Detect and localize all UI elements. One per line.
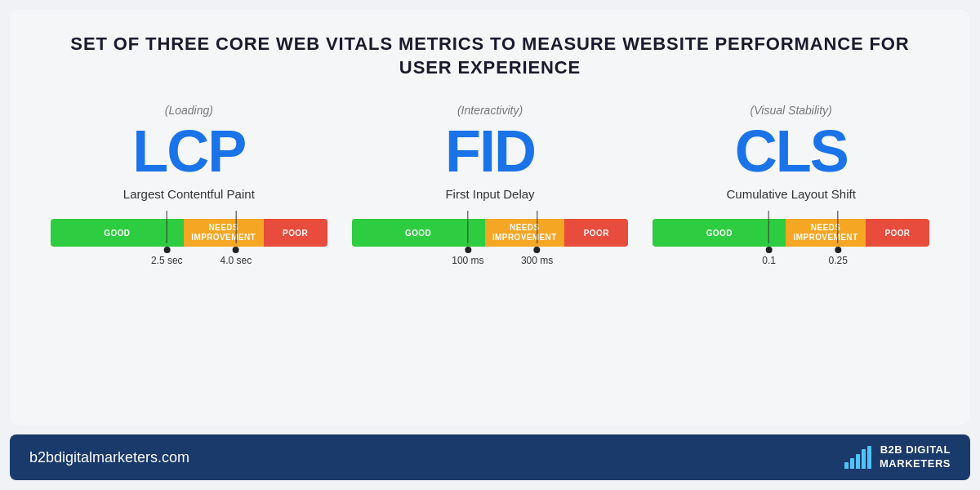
footer: b2bdigitalmarketers.com B2B DIGITALMARKE… bbox=[10, 434, 970, 480]
cls-line2 bbox=[838, 211, 839, 243]
footer-url: b2bdigitalmarketers.com bbox=[29, 449, 189, 466]
metrics-row: (Loading) LCP Largest Contentful Paint G… bbox=[42, 104, 938, 271]
fid-acronym: FID bbox=[445, 122, 535, 180]
fid-marker1: 100 ms bbox=[452, 247, 483, 266]
lcp-good: GOOD bbox=[51, 219, 184, 247]
bar5 bbox=[867, 446, 871, 469]
cls-acronym: CLS bbox=[735, 122, 848, 180]
fid-label1: 100 ms bbox=[452, 255, 483, 266]
cls-needs: NEEDS IMPROVEMENT bbox=[786, 219, 866, 247]
fid-bar-container: GOOD NEEDS IMPROVEMENT POOR 100 ms 300 m… bbox=[352, 219, 629, 271]
cls-markers: 0.1 0.25 bbox=[653, 247, 929, 271]
cls-marker1: 0.1 bbox=[762, 247, 776, 266]
fid-line2 bbox=[537, 211, 537, 243]
lcp-markers: 2.5 sec 4.0 sec bbox=[51, 247, 327, 271]
lcp-line1 bbox=[167, 211, 167, 243]
lcp-needs: NEEDS IMPROVEMENT bbox=[184, 219, 264, 247]
lcp-marker1: 2.5 sec bbox=[151, 247, 183, 266]
cls-poor: POOR bbox=[866, 219, 929, 247]
fid-dot1 bbox=[465, 247, 471, 253]
bar-chart-icon bbox=[844, 446, 871, 469]
cls-label1: 0.1 bbox=[762, 255, 776, 266]
footer-brand-text: B2B DIGITALMARKETERS bbox=[880, 443, 951, 471]
cls-full-name: Cumulative Layout Shift bbox=[726, 187, 855, 201]
lcp-dot1 bbox=[163, 247, 170, 253]
bar2 bbox=[850, 458, 854, 469]
main-card: SET OF THREE CORE WEB VITALS METRICS TO … bbox=[10, 10, 970, 425]
cls-bar-container: GOOD NEEDS IMPROVEMENT POOR 0.1 0.25 bbox=[653, 219, 929, 271]
cls-dot2 bbox=[835, 247, 841, 253]
footer-brand: B2B DIGITALMARKETERS bbox=[844, 443, 951, 471]
lcp-acronym: LCP bbox=[132, 122, 245, 180]
cls-good: GOOD bbox=[653, 219, 786, 247]
metric-lcp: (Loading) LCP Largest Contentful Paint G… bbox=[42, 104, 336, 271]
lcp-label2: 4.0 sec bbox=[220, 255, 252, 266]
fid-line1 bbox=[467, 211, 468, 243]
fid-good: GOOD bbox=[352, 219, 485, 247]
fid-needs: NEEDS IMPROVEMENT bbox=[485, 219, 565, 247]
lcp-line2 bbox=[235, 211, 236, 243]
lcp-dot2 bbox=[233, 247, 239, 253]
cls-marker2: 0.25 bbox=[829, 247, 848, 266]
fid-marker2: 300 ms bbox=[521, 247, 553, 266]
lcp-bar-container: GOOD NEEDS IMPROVEMENT POOR 2.5 sec 4.0 … bbox=[51, 219, 327, 271]
fid-label2: 300 ms bbox=[521, 255, 553, 266]
lcp-bar: GOOD NEEDS IMPROVEMENT POOR bbox=[51, 219, 327, 247]
cls-dot1 bbox=[766, 247, 773, 253]
lcp-full-name: Largest Contentful Paint bbox=[123, 187, 255, 201]
fid-poor: POOR bbox=[564, 219, 628, 247]
fid-dot2 bbox=[534, 247, 541, 253]
bar4 bbox=[862, 449, 866, 469]
cls-label2: 0.25 bbox=[829, 255, 848, 266]
lcp-category: (Loading) bbox=[165, 104, 213, 117]
cls-bar: GOOD NEEDS IMPROVEMENT POOR bbox=[653, 219, 929, 247]
lcp-label1: 2.5 sec bbox=[151, 255, 183, 266]
metric-fid: (Interactivity) FID First Input Delay GO… bbox=[344, 104, 637, 271]
metric-cls: (Visual Stability) CLS Cumulative Layout… bbox=[644, 104, 938, 271]
bar3 bbox=[856, 454, 860, 469]
fid-category: (Interactivity) bbox=[457, 104, 523, 117]
cls-category: (Visual Stability) bbox=[751, 104, 832, 117]
lcp-marker2: 4.0 sec bbox=[220, 247, 252, 266]
page-title: SET OF THREE CORE WEB VITALS METRICS TO … bbox=[42, 33, 938, 79]
bar1 bbox=[844, 462, 849, 469]
fid-markers: 100 ms 300 ms bbox=[352, 247, 629, 271]
cls-line1 bbox=[768, 211, 769, 243]
fid-full-name: First Input Delay bbox=[445, 187, 534, 201]
lcp-poor: POOR bbox=[264, 219, 327, 247]
fid-bar: GOOD NEEDS IMPROVEMENT POOR bbox=[352, 219, 629, 247]
